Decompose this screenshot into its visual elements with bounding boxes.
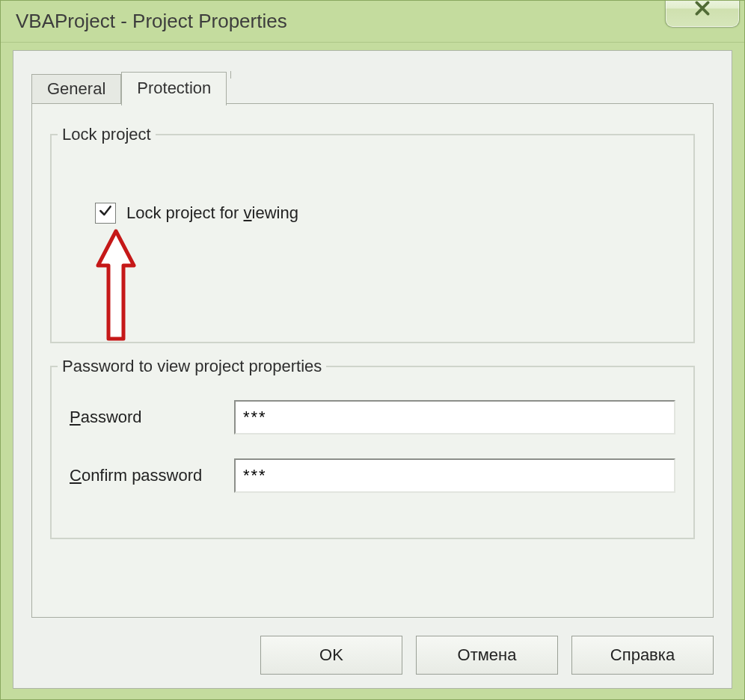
close-button[interactable] xyxy=(665,0,740,28)
check-icon xyxy=(98,203,113,223)
checkbox-lock-label: Lock project for viewing xyxy=(126,203,298,223)
input-confirm-password[interactable] xyxy=(234,458,675,493)
close-icon xyxy=(693,0,712,22)
client-area: General Protection Lock project Lock pro… xyxy=(13,50,732,689)
button-bar: OK Отмена Справка xyxy=(260,636,714,675)
window-title: VBAProject - Project Properties xyxy=(16,10,287,33)
tab-edge xyxy=(227,71,231,79)
checkbox-lock-project[interactable] xyxy=(95,203,116,224)
tab-protection[interactable]: Protection xyxy=(121,72,227,105)
row-password: Password xyxy=(52,390,693,439)
dialog-window: VBAProject - Project Properties General … xyxy=(0,0,745,700)
group-password: Password to view project properties Pass… xyxy=(50,357,695,539)
titlebar: VBAProject - Project Properties xyxy=(1,1,744,43)
label-confirm-password: Confirm password xyxy=(70,466,234,485)
label-password: Password xyxy=(70,408,234,427)
help-button[interactable]: Справка xyxy=(571,636,714,675)
tabpanel-protection: Lock project Lock project for viewing xyxy=(31,103,714,618)
checkbox-row-lock: Lock project for viewing xyxy=(95,203,298,224)
group-lock-legend: Lock project xyxy=(58,125,156,144)
tab-general[interactable]: General xyxy=(31,74,121,105)
tabstrip: General Protection xyxy=(31,70,231,104)
row-confirm-password: Confirm password xyxy=(52,439,693,497)
annotation-arrow-icon xyxy=(93,227,138,346)
input-password[interactable] xyxy=(234,400,675,435)
cancel-button[interactable]: Отмена xyxy=(416,636,558,675)
ok-button[interactable]: OK xyxy=(260,636,402,675)
group-password-legend: Password to view project properties xyxy=(58,357,326,376)
group-lock-project: Lock project Lock project for viewing xyxy=(50,125,695,343)
